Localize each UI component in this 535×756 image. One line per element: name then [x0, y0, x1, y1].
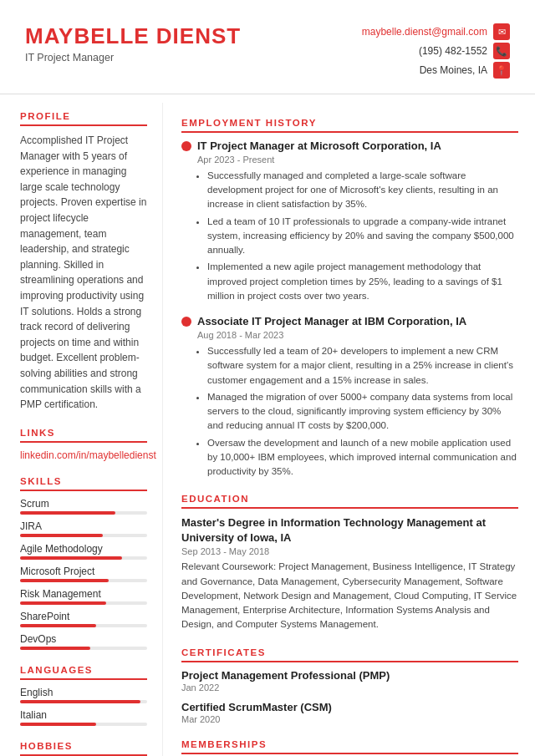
- link-item[interactable]: linkedin.com/in/maybelledienst: [20, 449, 147, 461]
- header-left: MAYBELLE DIENST IT Project Manager: [25, 23, 241, 63]
- phone-text: (195) 482-1552: [419, 45, 487, 57]
- location-text: Des Moines, IA: [420, 64, 487, 76]
- certificates-container: Project Management Professional (PMP) Ja…: [181, 669, 518, 724]
- certificate-entry: Certified ScrumMaster (CSM) Mar 2020: [181, 701, 518, 724]
- education-date: Sep 2013 - May 2018: [181, 546, 518, 556]
- skill-bar-bg: [20, 579, 147, 582]
- location-icon: 📍: [493, 62, 510, 79]
- header: MAYBELLE DIENST IT Project Manager maybe…: [0, 0, 535, 94]
- skill-bar-fill: [20, 511, 115, 515]
- skill-bar-bg: [20, 511, 147, 515]
- job-bullets: Successfully led a team of 20+ developer…: [197, 344, 518, 479]
- skill-bar-fill: [20, 579, 109, 582]
- certificate-name: Certified ScrumMaster (CSM): [181, 701, 518, 713]
- language-name: Italian: [20, 709, 147, 721]
- job-dot: [181, 141, 191, 151]
- skill-bar-bg: [20, 647, 147, 650]
- language-item: Italian: [20, 709, 147, 726]
- email-link[interactable]: maybelle.dienst@gmail.com: [362, 26, 487, 38]
- certificate-date: Mar 2020: [181, 714, 518, 724]
- language-name: English: [20, 687, 147, 698]
- job-bullet: Implemented a new agile project manageme…: [207, 260, 518, 303]
- links-container: linkedin.com/in/maybelledienst: [20, 449, 147, 461]
- job-title: Associate IT Project Manager at IBM Corp…: [197, 315, 466, 329]
- language-item: English: [20, 687, 147, 703]
- left-column: PROFILE Accomplished IT Project Manager …: [0, 103, 163, 756]
- education-entry: Master's Degree in Information Technolog…: [181, 515, 518, 632]
- skill-name: JIRA: [20, 520, 147, 532]
- job-title-row: IT Project Manager at Microsoft Corporat…: [181, 140, 518, 154]
- language-bar-fill: [20, 723, 96, 726]
- language-bar-bg: [20, 723, 147, 726]
- education-section-title: EDUCATION: [181, 494, 518, 509]
- skill-bar-bg: [20, 556, 147, 560]
- job-bullet: Managed the migration of over 5000+ comp…: [207, 390, 518, 434]
- skill-bar-fill: [20, 601, 106, 605]
- job-title: IT Project Manager at Microsoft Corporat…: [197, 140, 441, 154]
- education-title: Master's Degree in Information Technolog…: [181, 515, 518, 545]
- skill-bar-fill: [20, 534, 103, 537]
- skill-name: DevOps: [20, 633, 147, 645]
- candidate-title: IT Project Manager: [25, 52, 241, 63]
- skill-bar-bg: [20, 624, 147, 627]
- languages-section-title: LANGUAGES: [20, 665, 147, 680]
- employment-container: IT Project Manager at Microsoft Corporat…: [181, 140, 518, 479]
- skill-bar-fill: [20, 624, 96, 627]
- skill-name: Agile Methodology: [20, 543, 147, 555]
- languages-container: English Italian: [20, 687, 147, 726]
- skills-container: Scrum JIRA Agile Methodology Microsoft P…: [20, 498, 147, 650]
- skill-bar-fill: [20, 556, 122, 560]
- job-bullet: Successfully led a team of 20+ developer…: [207, 344, 518, 388]
- skill-item: JIRA: [20, 520, 147, 537]
- right-column: EMPLOYMENT HISTORY IT Project Manager at…: [163, 103, 535, 756]
- profile-section-title: PROFILE: [20, 111, 147, 126]
- employment-section-title: EMPLOYMENT HISTORY: [181, 118, 518, 133]
- job-date: Apr 2023 - Present: [197, 155, 518, 165]
- job-bullet: Oversaw the development and launch of a …: [207, 436, 518, 479]
- skill-bar-fill: [20, 647, 90, 650]
- certificate-date: Jan 2022: [181, 682, 518, 693]
- certificates-section-title: CERTIFICATES: [181, 647, 518, 662]
- job-bullets: Successfully managed and completed a lar…: [197, 169, 518, 303]
- skill-name: Microsoft Project: [20, 566, 147, 577]
- language-bar-fill: [20, 700, 140, 703]
- contact-phone-row: (195) 482-1552 📞: [419, 43, 510, 59]
- skill-item: Microsoft Project: [20, 566, 147, 582]
- job-dot: [181, 317, 191, 327]
- skill-bar-bg: [20, 601, 147, 605]
- memberships-section-title: MEMBERSHIPS: [181, 739, 518, 754]
- certificate-name: Project Management Professional (PMP): [181, 669, 518, 682]
- skill-item: Risk Management: [20, 588, 147, 605]
- education-desc: Relevant Coursework: Project Management,…: [181, 560, 518, 632]
- skill-item: SharePoint: [20, 611, 147, 627]
- skills-section-title: SKILLS: [20, 476, 147, 491]
- body-layout: PROFILE Accomplished IT Project Manager …: [0, 103, 535, 756]
- hobbies-section-title: HOBBIES: [20, 741, 147, 756]
- education-container: Master's Degree in Information Technolog…: [181, 515, 518, 632]
- skill-bar-bg: [20, 534, 147, 537]
- skill-item: Agile Methodology: [20, 543, 147, 560]
- profile-text: Accomplished IT Project Manager with 5 y…: [20, 133, 147, 413]
- certificate-entry: Project Management Professional (PMP) Ja…: [181, 669, 518, 693]
- job-bullet: Led a team of 10 IT professionals to upg…: [207, 215, 518, 258]
- job-date: Aug 2018 - Mar 2023: [197, 330, 518, 340]
- contact-location-row: Des Moines, IA 📍: [420, 62, 510, 79]
- job-entry: Associate IT Project Manager at IBM Corp…: [181, 315, 518, 479]
- header-contact: maybelle.dienst@gmail.com ✉ (195) 482-15…: [362, 23, 510, 79]
- email-icon: ✉: [493, 23, 510, 40]
- candidate-name: MAYBELLE DIENST: [25, 23, 241, 49]
- skill-name: Risk Management: [20, 588, 147, 600]
- header-divider: [0, 94, 535, 94]
- resume-page: MAYBELLE DIENST IT Project Manager maybe…: [0, 0, 535, 756]
- skill-item: Scrum: [20, 498, 147, 515]
- links-section-title: LINKS: [20, 428, 147, 443]
- language-bar-bg: [20, 700, 147, 703]
- job-bullet: Successfully managed and completed a lar…: [207, 169, 518, 212]
- phone-icon: 📞: [493, 43, 510, 59]
- job-entry: IT Project Manager at Microsoft Corporat…: [181, 140, 518, 303]
- contact-email-row: maybelle.dienst@gmail.com ✉: [362, 23, 510, 40]
- job-title-row: Associate IT Project Manager at IBM Corp…: [181, 315, 518, 329]
- skill-name: Scrum: [20, 498, 147, 510]
- skill-name: SharePoint: [20, 611, 147, 622]
- skill-item: DevOps: [20, 633, 147, 650]
